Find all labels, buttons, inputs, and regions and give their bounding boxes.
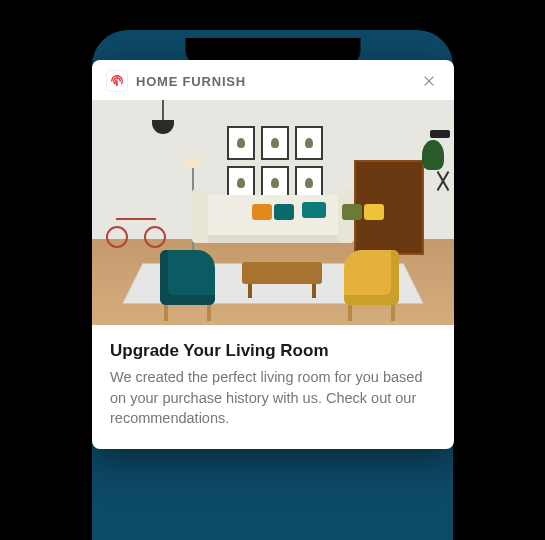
hero-image — [92, 100, 454, 325]
notification-header: HOME FURNISH — [92, 60, 454, 100]
notification-card[interactable]: HOME FURNISH Upgrade Your Living Room We… — [92, 60, 454, 449]
notification-body: Upgrade Your Living Room We created the … — [92, 325, 454, 449]
close-button[interactable] — [418, 70, 440, 92]
notification-description: We created the perfect living room for y… — [110, 367, 436, 429]
app-icon — [106, 70, 128, 92]
app-name-label: HOME FURNISH — [136, 74, 410, 89]
notification-title: Upgrade Your Living Room — [110, 341, 436, 361]
close-icon — [422, 74, 436, 88]
